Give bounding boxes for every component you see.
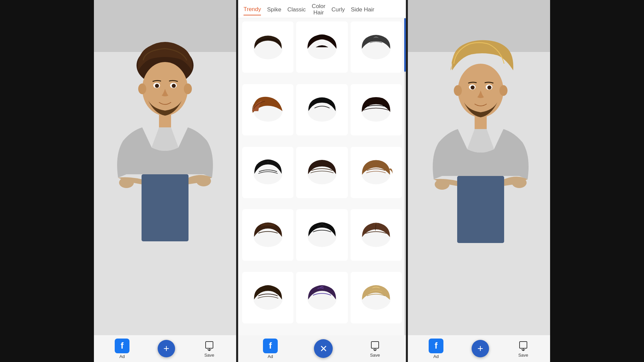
tab-curly[interactable]: Curly: [331, 6, 345, 15]
center-facebook-icon: f: [263, 339, 278, 353]
svg-point-10: [196, 176, 211, 186]
svg-point-38: [512, 177, 527, 188]
svg-rect-40: [520, 342, 527, 348]
hair-item-11[interactable]: [296, 209, 347, 260]
hair-item-3[interactable]: [351, 21, 402, 73]
right-panel: f Ad + Save: [406, 0, 550, 362]
left-save-label: Save: [204, 353, 214, 358]
center-save-icon: [369, 340, 381, 352]
svg-point-3: [138, 83, 146, 94]
hair-item-7[interactable]: [242, 147, 293, 198]
right-edge-strip: [550, 0, 644, 362]
right-bottom-bar: f Ad + Save: [408, 335, 550, 362]
hair-item-2[interactable]: [296, 21, 347, 73]
tab-color-hair[interactable]: ColorHair: [312, 3, 326, 18]
right-save-label: Save: [518, 353, 528, 358]
svg-point-35: [471, 85, 475, 89]
hair-style-grid: [238, 18, 406, 335]
right-plus-button[interactable]: +: [472, 340, 489, 357]
center-ad-label: Ad: [268, 354, 273, 359]
hair-item-6[interactable]: [351, 84, 402, 135]
left-facebook-icon: f: [115, 339, 129, 353]
hair-item-12[interactable]: [351, 209, 402, 260]
hair-item-8[interactable]: [296, 147, 347, 198]
hair-item-15[interactable]: [351, 272, 402, 323]
svg-rect-12: [206, 342, 213, 348]
hair-item-13[interactable]: [242, 272, 293, 323]
svg-point-9: [119, 177, 134, 188]
tab-trendy[interactable]: Trendy: [244, 6, 261, 15]
svg-rect-28: [371, 342, 379, 348]
right-save-button[interactable]: Save: [517, 340, 529, 358]
left-edge-strip: [0, 0, 94, 362]
svg-rect-11: [142, 174, 189, 241]
right-ad-button[interactable]: f Ad: [429, 339, 443, 359]
left-panel: f Ad + Save: [94, 0, 238, 362]
left-save-button[interactable]: Save: [203, 340, 215, 358]
center-save-button[interactable]: Save: [369, 340, 381, 358]
person-figure-left: [105, 34, 225, 261]
svg-point-7: [155, 84, 159, 88]
hair-item-14[interactable]: [296, 272, 347, 323]
center-panel: Trendy Spike Classic ColorHair Curly Sid…: [238, 0, 406, 362]
svg-point-8: [172, 84, 176, 88]
left-plus-button[interactable]: +: [158, 340, 175, 357]
center-bottom-bar: f Ad ✕ Save: [238, 335, 406, 362]
hair-item-5[interactable]: [296, 84, 347, 135]
svg-point-32: [499, 85, 507, 96]
left-save-icon: [203, 340, 215, 352]
hair-item-4[interactable]: [242, 84, 293, 135]
left-ad-button[interactable]: f Ad: [115, 339, 129, 359]
tabs-bar: Trendy Spike Classic ColorHair Curly Sid…: [238, 0, 406, 18]
tab-classic[interactable]: Classic: [287, 6, 306, 15]
center-save-label: Save: [370, 353, 380, 358]
center-ad-button[interactable]: f Ad: [263, 339, 278, 359]
hair-item-1[interactable]: [242, 21, 293, 73]
left-bottom-bar: f Ad + Save: [94, 335, 236, 362]
close-button[interactable]: ✕: [314, 339, 333, 358]
person-figure-right: [419, 34, 539, 261]
svg-point-4: [184, 83, 192, 94]
svg-rect-39: [457, 176, 504, 243]
svg-point-37: [435, 179, 449, 190]
left-ad-label: Ad: [119, 354, 125, 359]
svg-point-31: [454, 85, 462, 96]
tab-side-hair[interactable]: Side Hair: [351, 6, 374, 15]
right-ad-label: Ad: [433, 354, 439, 359]
right-facebook-icon: f: [429, 339, 443, 353]
hair-item-9[interactable]: [351, 147, 402, 198]
hair-item-10[interactable]: [242, 209, 293, 260]
svg-point-36: [487, 85, 491, 89]
tab-spike[interactable]: Spike: [267, 6, 281, 15]
right-save-icon: [517, 340, 529, 352]
